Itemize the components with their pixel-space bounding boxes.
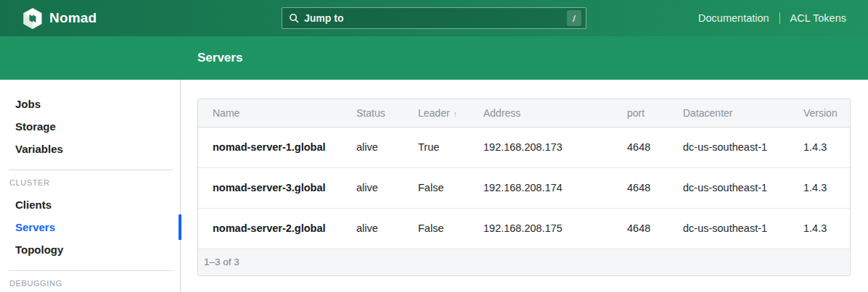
column-header-name[interactable]: Name [198,99,342,127]
sidebar-item-jobs[interactable]: Jobs [0,93,180,115]
cell-leader: True [404,127,469,167]
sidebar-divider [9,170,173,170]
column-header-status[interactable]: Status [342,99,404,127]
sidebar-item-topology[interactable]: Topology [0,238,180,261]
cell-leader: False [404,167,469,208]
sidebar-item-storage[interactable]: Storage [0,115,180,138]
server-row[interactable]: nomad-server-2.global alive False 192.16… [198,208,850,249]
cell-address: 192.168.208.175 [469,208,613,249]
navbar-links: Documentation ACL Tokens [698,12,846,24]
sidebar-item-servers[interactable]: Servers [0,216,180,238]
sidebar: Jobs Storage Variables CLUSTER Clients S… [0,80,181,292]
column-header-leader[interactable]: Leader↑ [404,99,469,127]
acl-tokens-link[interactable]: ACL Tokens [790,12,846,24]
cell-address: 192.168.208.173 [469,127,613,167]
cell-name: nomad-server-2.global [198,208,342,249]
sidebar-section-cluster: CLUSTER [0,178,180,187]
column-label: Datacenter [683,107,732,119]
sidebar-menu-main: Jobs Storage Variables [0,93,180,160]
column-header-version[interactable]: Version [789,99,850,127]
cell-version: 1.4.3 [789,208,850,249]
active-indicator-bar [179,214,181,240]
page-subheader: Servers [0,36,868,80]
cell-port: 4648 [613,127,668,167]
cell-datacenter: dc-us-southeast-1 [668,167,789,208]
nomad-logo-icon [22,7,44,29]
column-label: Version [803,107,838,119]
jump-to-search[interactable]: / [282,7,586,29]
search-icon [289,13,299,23]
sort-asc-icon: ↑ [454,109,458,118]
servers-table: Name Status Leader↑ Address port Datacen… [198,99,850,249]
documentation-link[interactable]: Documentation [698,12,769,24]
column-label: Status [356,107,385,119]
sidebar-item-clients[interactable]: Clients [0,193,180,216]
cell-version: 1.4.3 [789,167,850,208]
cell-address: 192.168.208.174 [469,167,613,208]
sidebar-item-label: Servers [15,221,55,233]
column-header-address[interactable]: Address [469,99,613,127]
column-label: Leader [418,107,450,119]
cell-status: alive [342,167,404,208]
cell-port: 4648 [613,167,668,208]
cell-port: 4648 [613,208,668,249]
search-input[interactable] [304,12,567,24]
cell-datacenter: dc-us-southeast-1 [668,208,789,249]
slash-shortcut-hint: / [567,10,581,26]
main-content: Name Status Leader↑ Address port Datacen… [181,80,868,292]
server-row[interactable]: nomad-server-3.global alive False 192.16… [198,167,850,208]
cell-leader: False [404,208,469,249]
table-header-row: Name Status Leader↑ Address port Datacen… [198,99,850,127]
sidebar-menu-cluster: Clients Servers Topology [0,193,180,261]
page-title: Servers [197,51,242,65]
brand-title: Nomad [49,10,97,26]
cell-datacenter: dc-us-southeast-1 [668,127,789,167]
cell-status: alive [342,127,404,167]
cell-version: 1.4.3 [789,127,850,167]
server-row[interactable]: nomad-server-1.global alive True 192.168… [198,127,850,167]
column-header-port[interactable]: port [613,99,668,127]
column-label: port [627,107,644,119]
cell-name: nomad-server-1.global [198,127,342,167]
cell-status: alive [342,208,404,249]
cell-name: nomad-server-3.global [198,167,342,208]
column-label: Name [213,107,239,119]
sidebar-section-debugging: DEBUGGING [0,279,180,288]
sidebar-item-variables[interactable]: Variables [0,138,180,160]
nav-divider [779,12,780,24]
servers-table-card: Name Status Leader↑ Address port Datacen… [197,99,851,276]
nomad-brand-link[interactable]: Nomad [22,7,97,29]
column-header-datacenter[interactable]: Datacenter [668,99,789,127]
pagination-status: 1–3 of 3 [198,249,850,275]
top-navbar: Nomad / Documentation ACL Tokens [0,0,868,36]
column-label: Address [483,107,520,119]
sidebar-divider [9,270,173,271]
